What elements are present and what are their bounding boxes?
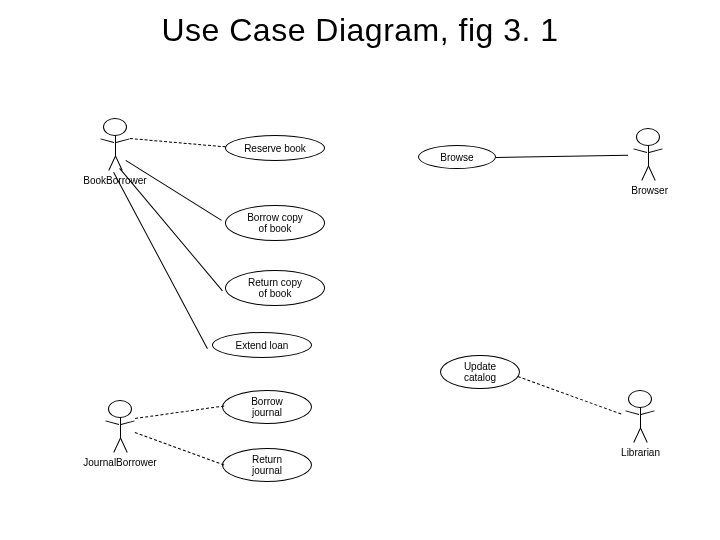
- assoc-bookborrower-returncopy: [119, 168, 223, 291]
- usecase-borrow-journal: Borrowjournal: [222, 390, 312, 424]
- usecase-label: Borrow copyof book: [247, 212, 303, 234]
- actor-browser: Browser: [628, 128, 668, 198]
- actor-label: Browser: [631, 185, 668, 196]
- usecase-label: Browse: [440, 152, 473, 163]
- usecase-browse: Browse: [418, 145, 496, 169]
- actor-head-icon: [108, 400, 132, 418]
- actor-label: Librarian: [621, 447, 660, 458]
- usecase-return-journal: Returnjournal: [222, 448, 312, 482]
- assoc-browser-browse: [496, 155, 628, 158]
- usecase-extend-loan: Extend loan: [212, 332, 312, 358]
- assoc-bookborrower-extendloan: [113, 172, 208, 349]
- assoc-bookborrower-reserve: [130, 138, 226, 147]
- actor-head-icon: [636, 128, 660, 146]
- usecase-label: Updatecatalog: [464, 361, 496, 383]
- assoc-librarian-updatecatalog: [518, 376, 622, 415]
- usecase-update-catalog: Updatecatalog: [440, 355, 520, 389]
- usecase-reserve-book: Reserve book: [225, 135, 325, 161]
- page-title: Use Case Diagram, fig 3. 1: [0, 12, 720, 49]
- usecase-return-copy: Return copyof book: [225, 270, 325, 306]
- usecase-label: Extend loan: [236, 340, 289, 351]
- actor-journal-borrower: JournalBorrower: [100, 400, 140, 470]
- usecase-label: Returnjournal: [252, 454, 282, 476]
- usecase-label: Return copyof book: [248, 277, 302, 299]
- actor-head-icon: [103, 118, 127, 136]
- assoc-bookborrower-borrowcopy: [125, 160, 221, 221]
- usecase-label: Reserve book: [244, 143, 306, 154]
- actor-librarian: Librarian: [620, 390, 660, 460]
- usecase-label: Borrowjournal: [251, 396, 283, 418]
- usecase-borrow-copy: Borrow copyof book: [225, 205, 325, 241]
- assoc-journalborrower-borrowjournal: [135, 405, 224, 419]
- actor-head-icon: [628, 390, 652, 408]
- actor-label: JournalBorrower: [83, 457, 156, 468]
